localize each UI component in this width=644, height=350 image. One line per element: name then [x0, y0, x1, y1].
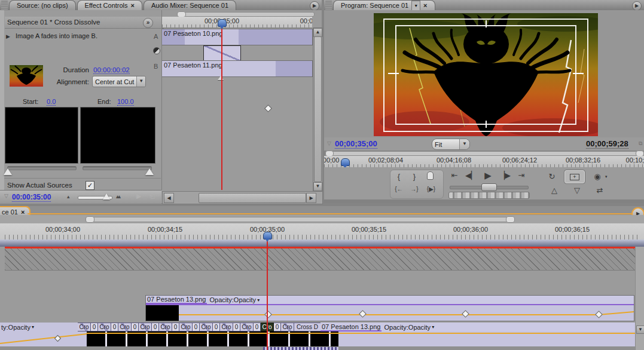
show-actual-sources-checkbox[interactable]: ✓ — [86, 181, 94, 190]
mini-vertical-scrollbar[interactable]: ▲ ▼ — [313, 27, 323, 191]
scroll-right-icon[interactable]: ▶ — [306, 193, 316, 203]
workarea-bar[interactable] — [86, 217, 514, 222]
panel-grip[interactable] — [325, 1, 332, 10]
property-dropdown-icon[interactable]: ▾ — [257, 297, 260, 303]
trim-button[interactable]: ⇄ — [592, 185, 608, 196]
export-icon[interactable]: ⎗ — [149, 192, 155, 200]
fit-dropdown[interactable]: Fit ▼ — [432, 139, 470, 150]
zoom-out-icon[interactable]: ▴ — [67, 194, 70, 199]
tab-source[interactable]: Source: (no clips) — [9, 0, 76, 10]
play-audio-icon[interactable]: ▶ — [136, 192, 141, 200]
cross-dissolve-chip[interactable]: Cross D — [294, 323, 321, 331]
v2-clip-property[interactable]: Opacity:Opacity — [209, 296, 256, 303]
play-in-to-out-button[interactable]: {▶} — [422, 184, 440, 195]
mini-ruler[interactable]: 00;00;35;00 00;00; — [162, 17, 312, 28]
duration-value[interactable]: 00:00:00:02 — [93, 66, 130, 74]
scroll-up-icon[interactable]: ▲ — [313, 28, 322, 37]
mini-vscroll-thumb[interactable] — [314, 36, 322, 182]
clip-fragment-chip[interactable]: 0 — [213, 323, 220, 331]
transition-center-marker[interactable] — [218, 76, 224, 80]
end-slider-track[interactable] — [83, 166, 152, 170]
step-back-button[interactable]: ◀▏ — [463, 170, 479, 181]
go-to-previous-edit-button[interactable]: ⇤ — [447, 170, 462, 181]
alignment-dropdown[interactable]: Center at Cut ▼ — [92, 76, 146, 87]
panel-menu-icon[interactable]: ▶ — [632, 1, 642, 11]
clip-b[interactable]: 07 Pesaeton 11.png — [162, 60, 313, 77]
close-icon[interactable]: × — [131, 2, 135, 8]
clip-fragment-chip[interactable]: 0 — [274, 323, 281, 331]
play-button[interactable]: ▶ — [480, 170, 496, 181]
cross-dissolve-chip[interactable]: Cro — [139, 323, 152, 331]
cross-dissolve-chip[interactable]: Cro — [281, 323, 294, 331]
end-value[interactable]: 100.0 — [117, 98, 134, 106]
cross-dissolve-chip[interactable]: Cro — [118, 323, 132, 331]
zoom-slider-thumb[interactable] — [103, 194, 110, 199]
video-track-empty[interactable] — [0, 271, 644, 296]
program-ruler[interactable]: ;00;00 00;02;08;04 00;04;16;08 00;06;24;… — [324, 156, 644, 167]
effect-description-row[interactable]: ▶ Image A fades into image B. — [6, 32, 155, 42]
cross-dissolve-chip[interactable]: Cro — [98, 323, 111, 331]
loop-button[interactable]: ↻ — [544, 171, 560, 182]
v2-opacity-line[interactable] — [179, 314, 599, 315]
v2-clip[interactable]: 07 Pesaeton 13.png Opacity:Opacity ▾ — [145, 295, 634, 321]
tab-program[interactable]: Program: Sequence 01 ▼ × — [333, 0, 435, 10]
scroll-left-icon[interactable]: ◀ — [164, 193, 174, 203]
cross-dissolve-chip[interactable]: Cro — [200, 323, 213, 331]
program-workarea-bar[interactable] — [325, 151, 644, 156]
start-slider-thumb[interactable] — [4, 168, 12, 175]
go-to-in-button[interactable]: {← — [391, 184, 407, 195]
clip-fragment-chip[interactable]: 0 — [233, 323, 240, 331]
dropdown-arrow-icon[interactable]: ▼ — [136, 76, 145, 87]
extract-button[interactable]: ▽ — [569, 185, 585, 196]
go-to-next-edit-button[interactable]: ⇥ — [514, 170, 529, 181]
timeline-playhead-marker[interactable] — [263, 232, 272, 240]
go-to-out-button[interactable]: →} — [407, 184, 422, 195]
output-button[interactable]: ◉ — [590, 171, 605, 182]
start-value[interactable]: 0.0 — [47, 98, 56, 106]
cross-dissolve-chip[interactable]: Cro — [220, 323, 233, 331]
property-dropdown-icon[interactable]: ▾ — [32, 324, 34, 330]
workarea-handle[interactable] — [506, 216, 515, 223]
panel-menu-icon[interactable]: ▶ — [310, 1, 319, 11]
mini-playhead-marker[interactable] — [218, 19, 227, 27]
close-icon[interactable]: × — [423, 2, 427, 8]
program-current-timecode[interactable]: 00;00;35;00 — [335, 139, 377, 149]
mini-horizontal-scrollbar[interactable]: ◀ ▶ — [162, 191, 323, 204]
playhead-timecode[interactable]: 00:00:35:00 — [12, 193, 51, 202]
v1-left-property[interactable]: ty:Opacity — [0, 324, 30, 331]
property-dropdown-icon[interactable]: ▾ — [432, 324, 434, 330]
clip-fragment-chip[interactable]: 0 — [111, 323, 118, 331]
detach-icon[interactable]: ▽ — [4, 193, 8, 199]
scroll-down-icon[interactable]: ▼ — [636, 326, 644, 334]
set-in-point-button[interactable]: { — [391, 171, 407, 182]
clip-a[interactable]: 07 Pesaeton 10.png — [162, 29, 313, 45]
clip-fragment-chip[interactable]: 0 — [254, 323, 261, 331]
workarea-handle[interactable] — [86, 216, 94, 223]
set-out-point-button[interactable]: } — [407, 171, 422, 182]
cross-dissolve-chip[interactable]: Cro — [179, 323, 193, 331]
program-playhead-marker[interactable] — [341, 158, 350, 166]
lift-button[interactable]: △ — [547, 185, 562, 196]
dropdown-arrow-icon[interactable]: ▼ — [459, 139, 469, 149]
mini-hscroll-thumb[interactable] — [199, 193, 306, 203]
timeline-playhead-line[interactable] — [267, 240, 268, 350]
v1-left-clip-label[interactable]: ty:Opacity ▾ — [0, 323, 78, 332]
scroll-down-icon[interactable]: ▼ — [313, 182, 322, 191]
tab-effect-controls[interactable]: Effect Controls × — [77, 0, 142, 10]
cross-dissolve-chip[interactable]: Cro — [240, 323, 254, 331]
clip-fragment-chip[interactable]: 0 — [172, 323, 179, 331]
program-tab-dropdown-icon[interactable]: ▼ — [411, 1, 420, 11]
mini-workarea-bar[interactable] — [177, 12, 315, 17]
panel-grip[interactable] — [1, 1, 8, 10]
cross-dissolve-chip[interactable]: Cro — [78, 323, 91, 331]
timeline-vertical-scrollbar[interactable]: ▼ — [635, 247, 644, 350]
shuttle-thumb[interactable] — [481, 183, 497, 191]
clip-fragment-chip[interactable]: 0 — [193, 323, 200, 331]
mini-playhead-line[interactable] — [221, 27, 222, 190]
jog-wheel[interactable] — [448, 192, 530, 199]
v1-clip-property[interactable]: Opacity:Opacity — [384, 324, 431, 331]
step-forward-button[interactable]: ▕▶ — [497, 170, 512, 181]
v1-opacity-line[interactable] — [87, 333, 635, 334]
close-icon[interactable]: × — [21, 208, 25, 216]
disclosure-icon[interactable]: ▶ — [6, 33, 10, 39]
